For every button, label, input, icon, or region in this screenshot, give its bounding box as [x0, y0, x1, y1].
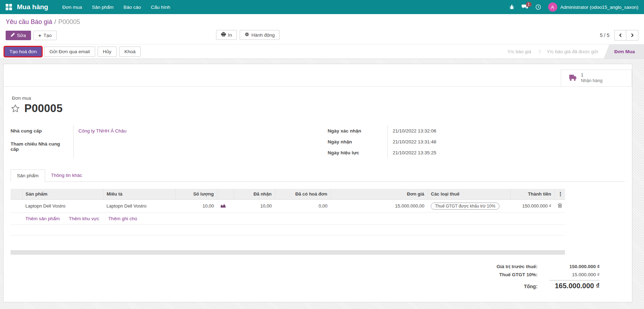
cancel-button-label: Hủy	[103, 49, 111, 54]
totals-block: Giá trị trước thuế: 150.000.000 ₫ Thuế G…	[497, 262, 600, 291]
action-button[interactable]: Hành động	[240, 30, 280, 40]
action-button-label: Hành động	[251, 32, 275, 38]
pencil-icon	[11, 33, 15, 38]
col-product[interactable]: Sản phẩm	[22, 189, 103, 200]
favorite-star-icon[interactable]	[11, 104, 20, 113]
form-sheet: 1 Nhận hàng Đơn mua P00005 Nhà cung cấp …	[3, 64, 632, 302]
confirm-date-label: Ngày xác nhận	[328, 125, 388, 136]
cell-received: 10,00	[234, 199, 275, 212]
order-lines-table: Sản phẩm Miêu tả Số lượng Đã nhận Đã có …	[11, 189, 565, 235]
step-rfq[interactable]: Y/c báo giá	[502, 44, 537, 58]
col-received[interactable]: Đã nhận	[234, 189, 275, 200]
statusbar: Tạo hoá đơn Gửi Đơn qua email Hủy Khoá Y…	[0, 44, 644, 59]
step-chevron-icon	[537, 49, 541, 53]
col-handle	[11, 189, 22, 200]
add-product-link[interactable]: Thêm sản phẩm	[25, 216, 60, 221]
print-button-label: In	[228, 32, 232, 38]
menu-item-config[interactable]: Cấu hình	[146, 0, 175, 14]
apps-menu-icon[interactable]	[6, 4, 12, 10]
effective-date-label: Ngày hiệu lực	[328, 147, 388, 158]
add-section-link[interactable]: Thêm khu vực	[69, 216, 99, 221]
col-unit-price[interactable]: Đơn giá	[331, 189, 428, 200]
untaxed-amount-label: Giá trị trước thuế:	[497, 264, 538, 269]
statusbar-steps: Y/c báo giá Y/c báo giá đã được gửi Đơn …	[502, 44, 644, 58]
table-add-links-row: Thêm sản phẩm Thêm khu vực Thêm ghi chú	[11, 212, 565, 224]
user-menu[interactable]: A Administrator (odoo15_anglo_saxon)	[548, 2, 638, 12]
row-handle	[11, 199, 22, 212]
cell-taxes: Thuế GTGT được khấu trừ 10%	[428, 199, 510, 212]
notebook-tabs: Sản phẩm Thông tin khác	[11, 169, 625, 182]
vendor-label: Nhà cung cấp	[11, 125, 73, 138]
table-horizontal-scrollbar[interactable]	[11, 250, 565, 255]
menu-item-orders[interactable]: Đơn mua	[57, 0, 87, 14]
table-header-row: Sản phẩm Miêu tả Số lượng Đã nhận Đã có …	[11, 189, 565, 200]
print-button[interactable]: In	[216, 30, 237, 40]
top-navbar: Mua hàng Đơn mua Sản phẩm Báo cáo Cấu hì…	[0, 0, 644, 14]
breadcrumb-link[interactable]: Yêu cầu Báo giá	[6, 18, 52, 25]
create-invoice-button[interactable]: Tạo hoá đơn	[5, 47, 42, 56]
col-subtotal[interactable]: Thành tiền	[510, 189, 554, 200]
delete-line-trash-icon[interactable]	[554, 199, 565, 212]
activity-clock-icon[interactable]	[535, 4, 541, 10]
messages-icon[interactable]: 1	[522, 4, 528, 10]
edit-button-label: Sửa	[17, 33, 26, 38]
menu-item-reporting[interactable]: Báo cáo	[118, 0, 146, 14]
receipt-date-label: Ngày nhận	[328, 136, 388, 147]
col-billed[interactable]: Đã có hoá đơn	[275, 189, 331, 200]
cell-unit-price: 15.000.000,00	[331, 199, 428, 212]
confirm-date-value: 21/10/2022 13:32:06	[388, 125, 625, 136]
step-purchase-order[interactable]: Đơn Mua	[604, 44, 644, 58]
order-line-row[interactable]: Laptopn Dell Vostro Laptopn Dell Vostro …	[11, 199, 565, 212]
app-name[interactable]: Mua hàng	[17, 3, 48, 11]
empty-table-row	[11, 224, 565, 235]
receipt-stat-button[interactable]: 1 Nhận hàng	[561, 69, 632, 86]
breadcrumb-current: P00005	[58, 18, 80, 25]
pager-count: 5 / 5	[600, 32, 609, 38]
stat-label: Nhận hàng	[581, 78, 602, 84]
step-rfq-sent[interactable]: Y/c báo giá đã được gửi	[541, 44, 604, 58]
avatar[interactable]: A	[548, 2, 557, 12]
col-qty[interactable]: Số lượng	[175, 189, 217, 200]
edit-button[interactable]: Sửa	[6, 31, 31, 40]
add-note-link[interactable]: Thêm ghi chú	[108, 216, 137, 221]
create-button[interactable]: + Tạo	[33, 31, 57, 40]
receipt-date-value: 21/10/2022 13:31:48	[388, 136, 625, 147]
tax-amount-label: Thuế GTGT 10%:	[499, 272, 538, 277]
vendor-ref-value	[73, 138, 308, 158]
untaxed-amount-value: 150.000.000 ₫	[550, 264, 600, 269]
cancel-button[interactable]: Hủy	[98, 47, 117, 57]
tab-products[interactable]: Sản phẩm	[11, 169, 45, 182]
total-value: 165.000.000 ₫	[550, 280, 600, 290]
plus-icon: +	[38, 33, 42, 38]
lock-button[interactable]: Khoá	[119, 47, 141, 57]
vendor-value-link[interactable]: Công ty TNHH Á Châu	[79, 128, 127, 134]
vendor-ref-label: Tham chiếu Nhà cung cấp	[11, 138, 73, 158]
menu-item-products[interactable]: Sản phẩm	[87, 0, 119, 14]
pager-prev-button[interactable]	[614, 30, 626, 41]
cell-product: Laptopn Dell Vostro	[22, 199, 103, 212]
tab-other-info[interactable]: Thông tin khác	[45, 169, 88, 181]
effective-date-value: 21/10/2022 13:35:25	[388, 147, 625, 158]
tax-pill: Thuế GTGT được khấu trừ 10%	[431, 203, 499, 210]
lock-button-label: Khoá	[124, 49, 136, 54]
breadcrumb: Yêu cầu Báo giá/P00005	[6, 18, 638, 26]
forecast-chart-icon[interactable]	[217, 199, 234, 212]
send-email-button[interactable]: Gửi Đơn qua email	[44, 47, 95, 57]
page-title: P00005	[24, 102, 63, 115]
optional-columns-icon[interactable]: ⋮	[554, 189, 565, 200]
user-name: Administrator (odoo15_anglo_saxon)	[560, 5, 638, 10]
col-forecast	[217, 189, 234, 200]
cell-billed: 0,00	[275, 199, 331, 212]
cell-description: Laptopn Dell Vostro	[103, 199, 175, 212]
debug-bug-icon[interactable]	[509, 4, 515, 10]
cell-qty: 10,00	[175, 199, 217, 212]
col-description[interactable]: Miêu tả	[103, 189, 175, 200]
breadcrumb-separator: /	[54, 18, 56, 25]
cell-subtotal: 150.000.000 ₫	[510, 199, 554, 212]
truck-icon	[566, 74, 577, 82]
create-invoice-button-label: Tạo hoá đơn	[10, 49, 37, 54]
pager-next-button[interactable]	[626, 30, 638, 41]
col-taxes[interactable]: Các loại thuế	[428, 189, 510, 200]
message-badge: 1	[526, 2, 532, 7]
doc-type-label: Đơn mua	[12, 95, 625, 101]
